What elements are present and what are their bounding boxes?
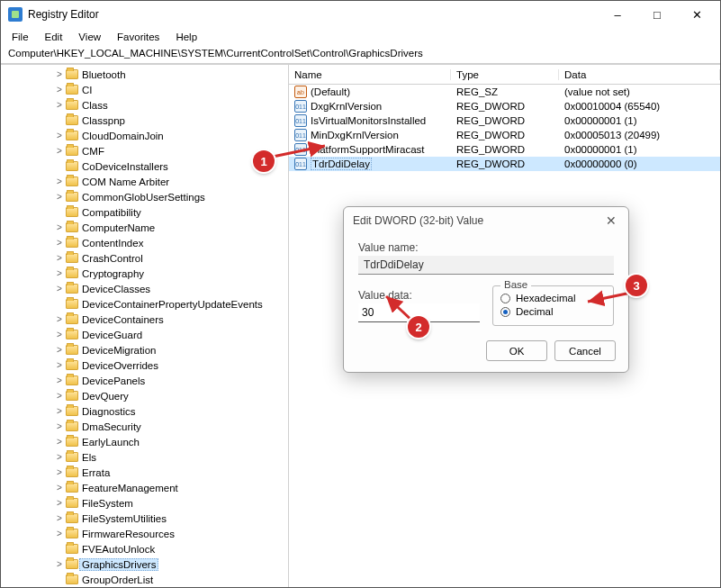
close-button[interactable]: ✕	[677, 2, 716, 27]
radio-hexadecimal[interactable]: Hexadecimal	[500, 293, 606, 303]
tree-item[interactable]: CoDeviceInstallers	[5, 158, 288, 174]
value-name: DxgKrnlVersion	[311, 101, 382, 112]
col-data[interactable]: Data	[559, 69, 720, 80]
tree-pane[interactable]: >Bluetooth>CI>ClassClasspnp>CloudDomainJ…	[1, 65, 289, 587]
tree-item[interactable]: >Els	[5, 449, 288, 465]
tree-item[interactable]: >DevicePanels	[5, 373, 288, 388]
chevron-right-icon[interactable]: >	[55, 529, 64, 538]
tree-item[interactable]: >Bluetooth	[5, 67, 288, 82]
chevron-right-icon[interactable]: >	[55, 69, 64, 79]
chevron-right-icon[interactable]: >	[55, 559, 64, 569]
chevron-right-icon[interactable]: >	[55, 192, 64, 202]
address-bar[interactable]: Computer\HKEY_LOCAL_MACHINE\SYSTEM\Curre…	[1, 46, 720, 64]
tree-item-label: GroupOrderList	[82, 574, 153, 585]
radio-dec-label: Decimal	[516, 306, 554, 317]
value-type: REG_DWORD	[451, 130, 559, 140]
tree-item[interactable]: >CommonGlobUserSettings	[5, 189, 288, 204]
tree-item[interactable]: Classpnp	[5, 113, 288, 128]
tree-item[interactable]: >DeviceContainers	[5, 312, 288, 327]
value-row[interactable]: 011DxgKrnlVersionREG_DWORD0x00010004 (65…	[289, 99, 720, 113]
chevron-right-icon[interactable]: >	[55, 222, 64, 232]
menu-favorites[interactable]: Favorites	[110, 31, 167, 43]
value-data: 0x00005013 (20499)	[559, 130, 720, 140]
value-name: PlatformSupportMiracast	[311, 144, 425, 155]
value-row[interactable]: ab(Default)REG_SZ(value not set)	[289, 85, 720, 99]
tree-item[interactable]: >Errata	[5, 465, 288, 480]
tree-item[interactable]: >Cryptography	[5, 266, 288, 281]
tree-item[interactable]: >COM Name Arbiter	[5, 174, 288, 189]
value-icon: 011	[294, 158, 307, 170]
chevron-right-icon[interactable]: >	[55, 391, 64, 401]
folder-icon	[66, 574, 78, 584]
tree-item[interactable]: Compatibility	[5, 204, 288, 220]
chevron-right-icon[interactable]: >	[55, 176, 64, 186]
value-row[interactable]: 011IsVirtualMonitorsInstalledREG_DWORD0x…	[289, 113, 720, 128]
tree-item[interactable]: FVEAutoUnlock	[5, 541, 288, 556]
tree-item[interactable]: >ComputerName	[5, 220, 288, 235]
chevron-right-icon[interactable]: >	[55, 467, 64, 477]
chevron-right-icon[interactable]: >	[55, 483, 64, 493]
chevron-right-icon[interactable]: >	[55, 85, 64, 95]
chevron-right-icon[interactable]: >	[55, 314, 64, 324]
chevron-right-icon[interactable]: >	[55, 238, 64, 248]
col-type[interactable]: Type	[451, 69, 559, 80]
folder-icon	[66, 467, 78, 477]
chevron-right-icon[interactable]: >	[55, 360, 64, 370]
tree-item[interactable]: >GraphicsDrivers	[5, 556, 288, 572]
chevron-right-icon[interactable]: >	[55, 253, 64, 263]
menu-file[interactable]: File	[5, 31, 36, 43]
minimize-button[interactable]: –	[598, 2, 637, 27]
value-row[interactable]: 011TdrDdiDelayREG_DWORD0x00000000 (0)	[289, 157, 720, 171]
tree-item[interactable]: >DmaSecurity	[5, 419, 288, 434]
tree-item[interactable]: >CloudDomainJoin	[5, 128, 288, 143]
chevron-right-icon[interactable]: >	[55, 345, 64, 355]
tree-item[interactable]: >FirmwareResources	[5, 526, 288, 541]
tree-item[interactable]: >Diagnostics	[5, 403, 288, 419]
menu-edit[interactable]: Edit	[38, 31, 70, 43]
tree-item[interactable]: >DeviceClasses	[5, 281, 288, 296]
tree-item[interactable]: >EarlyLaunch	[5, 434, 288, 449]
tree-item[interactable]: >CI	[5, 82, 288, 97]
chevron-right-icon[interactable]: >	[55, 498, 64, 508]
tree-item[interactable]: >Class	[5, 97, 288, 113]
chevron-right-icon[interactable]: >	[55, 131, 64, 140]
radio-decimal[interactable]: Decimal	[500, 306, 606, 317]
cancel-button[interactable]: Cancel	[554, 340, 616, 361]
tree-item[interactable]: >FeatureManagement	[5, 480, 288, 495]
tree-item[interactable]: GroupOrderList	[5, 572, 288, 587]
chevron-right-icon[interactable]: >	[55, 375, 64, 385]
tree-item-label: DeviceContainers	[82, 314, 164, 325]
tree-item[interactable]: >FileSystem	[5, 495, 288, 511]
tree-item[interactable]: >ContentIndex	[5, 235, 288, 250]
chevron-right-icon[interactable]: >	[55, 452, 64, 462]
tree-item[interactable]: >DeviceMigration	[5, 342, 288, 357]
chevron-right-icon[interactable]: >	[55, 284, 64, 294]
chevron-right-icon[interactable]: >	[55, 146, 64, 156]
tree-item[interactable]: >DevQuery	[5, 388, 288, 403]
chevron-right-icon[interactable]: >	[55, 421, 64, 431]
tree-item[interactable]: >DeviceOverrides	[5, 357, 288, 373]
chevron-right-icon[interactable]: >	[55, 437, 64, 447]
menu-help[interactable]: Help	[168, 31, 204, 43]
folder-icon	[66, 437, 78, 447]
tree-item[interactable]: >FileSystemUtilities	[5, 511, 288, 526]
value-row[interactable]: 011PlatformSupportMiracastREG_DWORD0x000…	[289, 142, 720, 157]
tree-item[interactable]: DeviceContainerPropertyUpdateEvents	[5, 296, 288, 312]
chevron-right-icon[interactable]: >	[55, 100, 64, 110]
folder-icon	[66, 238, 78, 248]
ok-button[interactable]: OK	[486, 340, 547, 361]
col-name[interactable]: Name	[289, 69, 451, 80]
menu-view[interactable]: View	[71, 31, 108, 43]
folder-icon	[66, 391, 78, 401]
tree-item[interactable]: >CMF	[5, 143, 288, 158]
tree-item[interactable]: >DeviceGuard	[5, 327, 288, 342]
base-group: Base Hexadecimal Decimal	[492, 285, 614, 326]
tree-item[interactable]: >CrashControl	[5, 250, 288, 266]
chevron-right-icon[interactable]: >	[55, 513, 64, 523]
value-row[interactable]: 011MinDxgKrnlVersionREG_DWORD0x00005013 …	[289, 128, 720, 142]
chevron-right-icon[interactable]: >	[55, 268, 64, 278]
chevron-right-icon[interactable]: >	[55, 330, 64, 339]
maximize-button[interactable]: □	[637, 2, 677, 27]
dialog-close-button[interactable]: ✕	[603, 213, 619, 229]
chevron-right-icon[interactable]: >	[55, 406, 64, 416]
